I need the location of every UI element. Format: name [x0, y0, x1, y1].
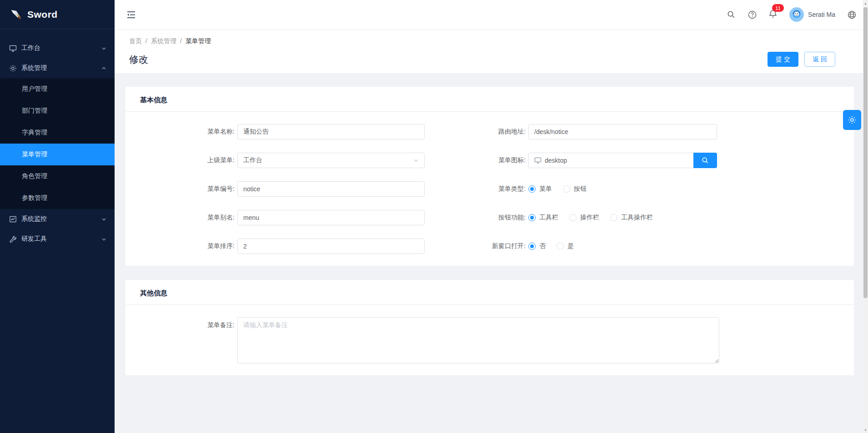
sidebar-item-system-mgmt[interactable]: 系统管理: [0, 58, 115, 78]
search-icon: [702, 157, 709, 164]
radio-action-bar[interactable]: 操作栏: [569, 214, 599, 222]
sidebar-item-label: 系统管理: [21, 64, 101, 72]
chevron-down-icon: [101, 46, 106, 51]
breadcrumb-system-mgmt[interactable]: 系统管理: [151, 37, 176, 45]
menu-alias-input[interactable]: [237, 210, 425, 225]
breadcrumb-separator: /: [146, 37, 147, 45]
user-name: Serati Ma: [808, 11, 835, 18]
sidebar-item-label: 工作台: [21, 44, 101, 52]
radio-label: 按钮: [574, 185, 587, 193]
radio-tool-action-bar[interactable]: 工具操作栏: [610, 214, 653, 222]
menu-alias-label: 菜单别名:: [140, 214, 235, 222]
radio-label: 是: [567, 242, 574, 250]
new-window-radio-group: 否 是: [528, 242, 574, 250]
main-area: 11 Serati Ma: [115, 0, 868, 433]
content: 基本信息 菜单名称: 路由地址: 上级菜单: 工作台: [115, 73, 868, 433]
sidebar-item-user-mgmt[interactable]: 用户管理: [0, 78, 115, 100]
sidebar-item-dev-tools[interactable]: 研发工具: [0, 229, 115, 249]
scroll-up-arrow-icon[interactable]: ▲: [863, 0, 868, 6]
breadcrumb-home[interactable]: 首页: [129, 37, 142, 45]
route-path-input[interactable]: [528, 124, 717, 139]
menu-name-label: 菜单名称:: [140, 128, 235, 136]
theme-settings-button[interactable]: [843, 110, 861, 130]
gear-icon: [848, 115, 857, 124]
parent-menu-label: 上级菜单:: [140, 156, 235, 164]
radio-no[interactable]: 否: [528, 242, 546, 250]
chevron-down-icon: [101, 237, 106, 242]
radio-yes[interactable]: 是: [557, 242, 574, 250]
scrollbar-thumb[interactable]: [863, 7, 868, 298]
button-func-label: 按钮功能:: [425, 214, 526, 222]
radio-label: 菜单: [539, 185, 552, 193]
submenu-item-label: 用户管理: [22, 85, 47, 93]
other-info-card: 其他信息 菜单备注:: [125, 280, 854, 375]
section-title-other: 其他信息: [140, 289, 839, 304]
submenu-item-label: 参数管理: [22, 194, 47, 202]
radio-dot-icon: [528, 185, 536, 193]
submenu-item-label: 菜单管理: [22, 150, 47, 159]
radio-label: 工具栏: [539, 214, 558, 222]
sidebar-item-system-monitor[interactable]: 系统监控: [0, 209, 115, 229]
desktop-icon: [9, 45, 17, 52]
user-menu[interactable]: Serati Ma: [789, 7, 835, 22]
menu-remark-textarea[interactable]: [237, 317, 719, 363]
radio-label: 工具操作栏: [621, 214, 653, 222]
wrench-icon: [9, 235, 17, 243]
sidebar-item-role-mgmt[interactable]: 角色管理: [0, 165, 115, 187]
app-logo[interactable]: Sword: [0, 0, 115, 29]
menu-fold-icon[interactable]: [125, 9, 136, 20]
page-title: 修改: [129, 53, 148, 66]
sidebar-item-dict-mgmt[interactable]: 字典管理: [0, 122, 115, 144]
page-header: 首页 / 系统管理 / 菜单管理 修改 提 交 返 回: [115, 29, 868, 73]
radio-label: 否: [539, 242, 546, 250]
notifications-button[interactable]: 11: [768, 10, 778, 20]
parent-menu-select[interactable]: 工作台: [237, 153, 425, 168]
icon-search-button[interactable]: [693, 153, 717, 168]
sidebar-menu: 工作台 系统管理 用户管理 部门管理: [0, 29, 115, 249]
submit-button[interactable]: 提 交: [768, 52, 798, 67]
radio-dot-icon: [610, 214, 617, 221]
breadcrumb-menu-mgmt: 菜单管理: [186, 37, 211, 45]
submenu-item-label: 部门管理: [22, 107, 47, 115]
notification-badge: 11: [772, 4, 784, 12]
sidebar-item-label: 研发工具: [21, 235, 101, 243]
radio-dot-icon: [563, 185, 570, 193]
topbar: 11 Serati Ma: [115, 0, 868, 29]
sidebar-item-workbench[interactable]: 工作台: [0, 38, 115, 58]
submenu-system-mgmt: 用户管理 部门管理 字典管理 菜单管理 角色管理 参数管理: [0, 78, 115, 209]
menu-code-input[interactable]: [237, 181, 425, 197]
menu-name-input[interactable]: [237, 124, 425, 139]
back-button[interactable]: 返 回: [804, 52, 835, 67]
radio-menu[interactable]: 菜单: [528, 185, 552, 193]
desktop-icon: [534, 157, 542, 164]
menu-type-label: 菜单类型:: [425, 185, 526, 193]
menu-icon-input[interactable]: desktop: [528, 153, 693, 168]
sword-logo-icon: [10, 9, 22, 20]
app-title: Sword: [27, 9, 58, 20]
menu-sort-input[interactable]: [237, 239, 425, 254]
menu-remark-label: 菜单备注:: [140, 317, 235, 329]
menu-sort-label: 菜单排序:: [140, 242, 235, 250]
sidebar-item-dept-mgmt[interactable]: 部门管理: [0, 100, 115, 122]
menu-code-label: 菜单编号:: [140, 185, 235, 193]
sidebar-item-param-mgmt[interactable]: 参数管理: [0, 187, 115, 209]
breadcrumb-separator: /: [180, 37, 182, 45]
vertical-scrollbar[interactable]: ▲ ▼: [863, 0, 868, 433]
radio-toolbar[interactable]: 工具栏: [528, 214, 558, 222]
avatar: [789, 7, 804, 22]
new-window-label: 新窗口打开:: [425, 242, 526, 250]
submenu-item-label: 字典管理: [22, 129, 47, 137]
monitor-chart-icon: [9, 215, 17, 223]
scroll-down-arrow-icon[interactable]: ▼: [863, 427, 868, 433]
help-icon[interactable]: [748, 10, 757, 19]
gear-icon: [9, 65, 17, 72]
radio-button[interactable]: 按钮: [563, 185, 587, 193]
select-chevron-down-icon: [413, 158, 419, 163]
globe-icon[interactable]: [847, 10, 856, 19]
sidebar-item-menu-mgmt[interactable]: 菜单管理: [0, 144, 115, 165]
sidebar-item-label: 系统监控: [21, 215, 101, 223]
radio-label: 操作栏: [580, 214, 599, 222]
search-icon[interactable]: [727, 10, 736, 19]
chevron-up-icon: [101, 66, 106, 71]
submenu-item-label: 角色管理: [22, 172, 47, 180]
